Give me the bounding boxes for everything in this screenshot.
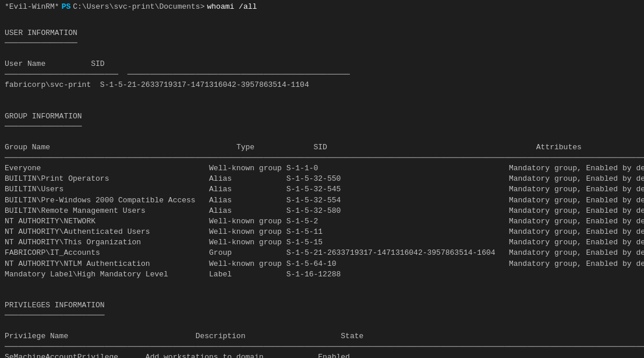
privileges-divider: ──────────────────────	[5, 311, 639, 320]
group-table-row: NT AUTHORITY\NTLM Authentication Well-kn…	[5, 259, 639, 269]
ps-label: PS	[62, 2, 71, 11]
user-table-header: User Name SID	[5, 59, 639, 69]
privileges-section: PRIVILEGES INFORMATION ─────────────────…	[5, 301, 639, 358]
group-table-row: BUILTIN\Print Operators Alias S-1-5-32-5…	[5, 174, 639, 184]
priv-table-underline: ────────────────────────────────────────…	[5, 342, 639, 352]
user-table-underline: ───────────────────────── ──────────────…	[5, 69, 639, 80]
group-table-row: NT AUTHORITY\NETWORK Well-known group S-…	[5, 216, 639, 227]
group-table-row: BUILTIN\Remote Management Users Alias S-…	[5, 206, 639, 216]
priv-table-header: Privilege Name Description State	[5, 331, 639, 342]
group-rows: Everyone Well-known group S-1-1-0 Mandat…	[5, 163, 639, 280]
group-table-underline: ────────────────────────────────────────…	[5, 153, 639, 163]
user-table-row: fabricorp\svc-print S-1-5-21-2633719317-…	[5, 80, 639, 90]
command-label: whoami /all	[207, 2, 257, 11]
group-table-row: NT AUTHORITY\Authenticated Users Well-kn…	[5, 227, 639, 237]
group-table-row: Mandatory Label\High Mandatory Level Lab…	[5, 269, 639, 280]
group-table-header: Group Name Type SID Attributes	[5, 142, 639, 153]
group-divider: ─────────────────	[5, 122, 639, 131]
group-table-row: Everyone Well-known group S-1-1-0 Mandat…	[5, 163, 639, 174]
title-bar: *Evil-WinRM* PS C:\Users\svc-print\Docum…	[5, 2, 639, 11]
privileges-info-heading: PRIVILEGES INFORMATION	[5, 301, 639, 310]
group-table-row: FABRICORP\IT_Accounts Group S-1-5-21-263…	[5, 248, 639, 258]
group-table-row: NT AUTHORITY\This Organization Well-know…	[5, 237, 639, 248]
group-info-heading: GROUP INFORMATION	[5, 112, 639, 121]
user-section: USER INFORMATION ──────────────── User N…	[5, 29, 639, 91]
terminal-window: *Evil-WinRM* PS C:\Users\svc-print\Docum…	[0, 0, 644, 358]
group-table-row: BUILTIN\Pre-Windows 2000 Compatible Acce…	[5, 195, 639, 206]
group-table-row: BUILTIN\Users Alias S-1-5-32-545 Mandato…	[5, 184, 639, 195]
evil-winrm-label: *Evil-WinRM*	[5, 2, 59, 11]
user-info-heading: USER INFORMATION	[5, 29, 639, 37]
path-label: C:\Users\svc-print\Documents>	[73, 2, 204, 11]
user-divider: ────────────────	[5, 38, 639, 47]
priv-table-row: SeMachineAccountPrivilege Add workstatio…	[5, 352, 639, 358]
priv-rows: SeMachineAccountPrivilege Add workstatio…	[5, 352, 639, 358]
group-section: GROUP INFORMATION ───────────────── Grou…	[5, 112, 639, 280]
